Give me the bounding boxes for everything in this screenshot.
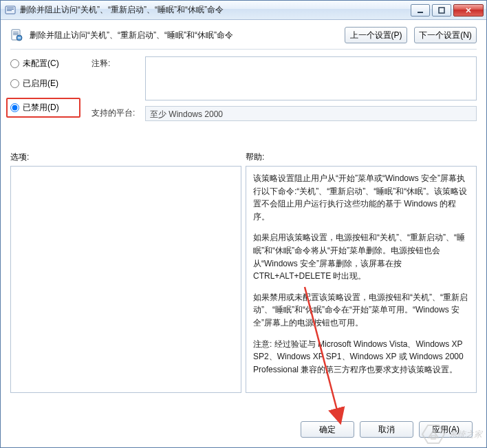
cancel-button[interactable]: 取消 bbox=[360, 421, 413, 438]
help-paragraph: 注意: 经过验证与 Microsoft Windows Vista、Window… bbox=[253, 338, 469, 376]
options-panel[interactable] bbox=[10, 166, 241, 393]
radio-enabled-label: 已启用(E) bbox=[23, 78, 58, 89]
app-icon bbox=[5, 5, 16, 16]
titlebar[interactable]: 删除并阻止访问“关机”、“重新启动”、“睡眠”和“休眠”命令 bbox=[1, 1, 486, 20]
right-column: 注释: 支持的平台: 至少 Windows 2000 bbox=[91, 56, 477, 127]
help-paragraph: 如果启用该策略设置，电源按钮和“关机”、“重新启动”、“睡眠”和“休眠”命令将从… bbox=[253, 231, 469, 282]
help-label: 帮助: bbox=[241, 151, 477, 163]
prev-setting-button[interactable]: 上一个设置(P) bbox=[345, 27, 407, 43]
footer-buttons: 确定 取消 应用(A) bbox=[301, 421, 473, 438]
ok-button[interactable]: 确定 bbox=[301, 421, 354, 438]
comment-textarea[interactable] bbox=[145, 56, 477, 100]
radio-disabled-label: 已禁用(D) bbox=[23, 102, 59, 114]
svg-rect-10 bbox=[13, 33, 19, 34]
help-paragraph: 如果禁用或未配置该策略设置，电源按钮和“关机”、“重新启动”、“睡眠”和“休眠”… bbox=[253, 291, 469, 330]
radio-disabled[interactable]: 已禁用(D) bbox=[10, 102, 75, 114]
svg-rect-13 bbox=[18, 37, 21, 38]
svg-rect-1 bbox=[7, 8, 14, 8]
svg-rect-9 bbox=[13, 32, 19, 32]
radio-not-configured-input[interactable] bbox=[10, 59, 19, 68]
policy-title: 删除并阻止访问“关机”、“重新启动”、“睡眠”和“休眠”命令 bbox=[30, 30, 338, 41]
comment-row: 注释: bbox=[91, 56, 477, 100]
radio-not-configured-label: 未配置(C) bbox=[23, 58, 59, 70]
svg-rect-3 bbox=[7, 10, 12, 11]
content-area: 删除并阻止访问“关机”、“重新启动”、“睡眠”和“休眠”命令 上一个设置(P) … bbox=[1, 20, 486, 447]
platform-row: 支持的平台: 至少 Windows 2000 bbox=[91, 106, 477, 121]
next-setting-button[interactable]: 下一个设置(N) bbox=[414, 27, 477, 43]
policy-icon bbox=[10, 29, 23, 41]
svg-rect-5 bbox=[439, 8, 444, 13]
help-paragraph: 该策略设置阻止用户从“开始”菜单或“Windows 安全”屏幕执行以下命令:“关… bbox=[253, 172, 469, 223]
radio-enabled[interactable]: 已启用(E) bbox=[10, 78, 80, 89]
radio-enabled-input[interactable] bbox=[10, 79, 19, 88]
help-panel[interactable]: 该策略设置阻止用户从“开始”菜单或“Windows 安全”屏幕执行以下命令:“关… bbox=[246, 166, 477, 393]
window-buttons bbox=[411, 4, 484, 17]
window-title: 删除并阻止访问“关机”、“重新启动”、“睡眠”和“休眠”命令 bbox=[20, 4, 411, 16]
minimize-button[interactable] bbox=[411, 4, 430, 17]
radio-disabled-highlight: 已禁用(D) bbox=[6, 98, 80, 118]
panels: 该策略设置阻止用户从“开始”菜单或“Windows 安全”屏幕执行以下命令:“关… bbox=[10, 166, 477, 393]
header-row: 删除并阻止访问“关机”、“重新启动”、“睡眠”和“休眠”命令 上一个设置(P) … bbox=[10, 27, 477, 43]
radio-disabled-input[interactable] bbox=[10, 103, 19, 112]
svg-rect-4 bbox=[418, 12, 423, 13]
radio-not-configured[interactable]: 未配置(C) bbox=[10, 58, 80, 70]
policy-editor-window: 删除并阻止访问“关机”、“重新启动”、“睡眠”和“休眠”命令 删除并阻止访问“关… bbox=[0, 0, 487, 448]
divider bbox=[10, 49, 477, 50]
platform-value: 至少 Windows 2000 bbox=[145, 106, 477, 121]
config-area: 未配置(C) 已启用(E) 已禁用(D) 注释: bbox=[10, 56, 477, 127]
panel-headers: 选项: 帮助: bbox=[10, 151, 477, 163]
svg-rect-0 bbox=[6, 6, 15, 14]
options-label: 选项: bbox=[10, 151, 241, 163]
maximize-button[interactable] bbox=[432, 4, 451, 17]
apply-button[interactable]: 应用(A) bbox=[419, 421, 473, 438]
svg-rect-11 bbox=[13, 34, 19, 35]
platform-label: 支持的平台: bbox=[91, 106, 138, 119]
radio-group: 未配置(C) 已启用(E) 已禁用(D) bbox=[10, 56, 80, 127]
comment-label: 注释: bbox=[91, 56, 138, 70]
svg-rect-2 bbox=[7, 9, 14, 10]
close-button[interactable] bbox=[453, 4, 484, 17]
